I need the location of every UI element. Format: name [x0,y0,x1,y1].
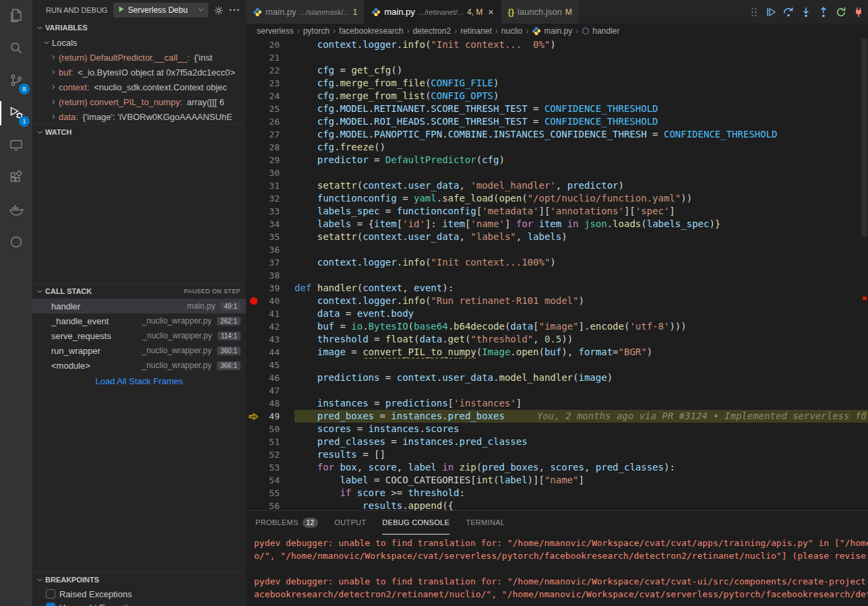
variable-row[interactable]: context: <nuclio_sdk.context.Context obj… [32,80,246,94]
sidebar-item-remote-explorer[interactable] [0,129,32,162]
gutter-glyph[interactable] [246,487,261,499]
variable-row[interactable]: (return) DefaultPredictor.__call__: {'in… [32,50,246,65]
gutter-glyph[interactable] [246,435,261,448]
gutter-glyph[interactable] [246,499,261,510]
continue-button[interactable] [766,7,776,18]
breadcrumb-item[interactable]: pytorch [303,26,330,36]
code-line: 33labels_spec = functionconfig['metadata… [246,205,868,218]
gutter-glyph[interactable] [246,64,261,77]
disconnect-button[interactable] [853,7,864,18]
checkbox[interactable]: ✓ [46,603,55,606]
editor-tab[interactable]: {}launch.jsonM [501,0,580,24]
gutter-glyph[interactable] [246,359,261,371]
sidebar-item-source-control[interactable]: 8 [0,65,32,97]
breadcrumb-item[interactable]: retinanet [460,26,492,36]
callstack-frame[interactable]: _handle_event_nuclio_wrapper.py262:1 [32,313,246,328]
gutter-glyph[interactable] [246,243,261,256]
breakpoint-row[interactable]: ✓Uncaught Exceptions [32,601,246,606]
scope-label: Locals [52,38,78,48]
gutter-glyph[interactable] [246,384,261,397]
breadcrumb-item[interactable]: main.py [532,26,572,36]
breadcrumb-item[interactable]: serverless [257,26,294,36]
sidebar-item-search[interactable] [0,32,32,65]
variable-row[interactable]: data: {'image': 'iVBORw0KGgoAAAANSUhE [32,109,246,124]
sidebar-item-run-and-debug[interactable]: 1 [0,97,32,129]
editor-tab[interactable]: main.py.../retinanet/...4, M× [365,0,501,24]
breakpoint-row[interactable]: Raised Exceptions [32,587,246,601]
step-into-button[interactable] [801,7,811,18]
gutter-glyph[interactable] [246,461,261,474]
breadcrumb-item[interactable]: nuclio [501,26,522,36]
breadcrumb-item[interactable]: handler [582,26,619,36]
toolbar-gripper[interactable] [751,7,757,18]
gutter-glyph[interactable] [246,269,261,282]
gutter-glyph[interactable] [246,295,261,307]
sidebar-item-explorer[interactable] [0,0,32,32]
gutter-glyph[interactable] [246,218,261,231]
step-over-button[interactable] [783,7,794,18]
gutter-glyph[interactable] [246,256,261,269]
gutter-glyph[interactable] [246,192,261,205]
gutter-glyph[interactable] [246,474,261,487]
gutter-glyph[interactable] [246,423,261,435]
gutter-glyph[interactable] [246,205,261,218]
callstack-frame[interactable]: handlermain.py49:1 [32,299,246,313]
scrollbar-thumb[interactable] [861,38,867,237]
gutter-glyph[interactable] [246,128,261,141]
frame-file: _nuclio_wrapper.py [142,331,212,340]
callstack-frame[interactable]: run_wrapper_nuclio_wrapper.py360:1 [32,343,246,358]
gutter-glyph[interactable] [246,346,261,359]
gutter-glyph[interactable] [246,448,261,461]
gutter-glyph[interactable] [246,410,261,423]
gutter-glyph[interactable] [246,77,261,90]
gutter-glyph[interactable] [246,90,261,102]
gutter-glyph[interactable] [246,371,261,384]
gutter-glyph[interactable] [246,320,261,333]
panel-tab-problems[interactable]: PROBLEMS12 [255,511,318,535]
close-icon[interactable]: × [488,7,493,18]
breakpoints-pane-header[interactable]: BREAKPOINTS [32,572,246,587]
call-stack-pane-header[interactable]: CALL STACK PAUSED ON STEP [32,284,246,299]
gear-icon[interactable] [214,5,224,16]
gutter-glyph[interactable] [246,166,261,179]
watch-pane-header[interactable]: WATCH [32,125,246,140]
breadcrumb-item[interactable]: detectron2 [412,26,451,36]
gutter-glyph[interactable] [246,51,261,64]
code-editor[interactable]: 20context.logger.info("Init context... 0… [246,38,868,510]
gutter-glyph[interactable] [246,38,261,51]
panel-tab-debug-console[interactable]: DEBUG CONSOLE [382,511,450,535]
scope-locals[interactable]: Locals [32,35,246,50]
gutter-glyph[interactable] [246,115,261,128]
gutter-glyph[interactable] [246,154,261,166]
more-actions-icon[interactable]: ··· [229,5,241,16]
restart-button[interactable] [836,7,846,18]
variables-pane-header[interactable]: VARIABLES [32,20,246,35]
gutter-glyph[interactable] [246,102,261,115]
panel-tab-output[interactable]: OUTPUT [334,511,366,535]
callstack-frame[interactable]: <module>_nuclio_wrapper.py366:1 [32,358,246,373]
sidebar-item-circle-extension[interactable] [0,226,32,259]
variable-row[interactable]: buf: <_io.BytesIO object at 0x7f5a2dc1ec… [32,65,246,80]
step-out-button[interactable] [818,7,829,18]
gutter-glyph[interactable] [246,397,261,410]
editor-scrollbar[interactable] [860,38,868,510]
variable-row[interactable]: (return) convert_PIL_to_numpy: array([[[… [32,94,246,109]
panel-tab-terminal[interactable]: TERMINAL [466,511,505,535]
checkbox[interactable] [46,589,55,599]
gutter-glyph[interactable] [246,231,261,243]
load-all-stack-frames-link[interactable]: Load All Stack Frames [32,373,246,389]
gutter-glyph[interactable] [246,179,261,192]
code-line: 28cfg.freeze() [246,141,868,154]
frame-position: 262:1 [217,317,241,326]
breadcrumb-item[interactable]: facebookresearch [339,26,403,36]
breakpoint-dot[interactable] [250,297,257,305]
gutter-glyph[interactable] [246,333,261,346]
gutter-glyph[interactable] [246,141,261,154]
sidebar-item-docker[interactable] [0,194,32,226]
launch-config-select[interactable]: Serverless Debu [113,3,208,18]
gutter-glyph[interactable] [246,282,261,295]
editor-tab[interactable]: main.py.../siammask/...1 [246,0,365,24]
callstack-frame[interactable]: serve_requests_nuclio_wrapper.py114:1 [32,328,246,343]
gutter-glyph[interactable] [246,307,261,320]
sidebar-item-extensions[interactable] [0,162,32,194]
